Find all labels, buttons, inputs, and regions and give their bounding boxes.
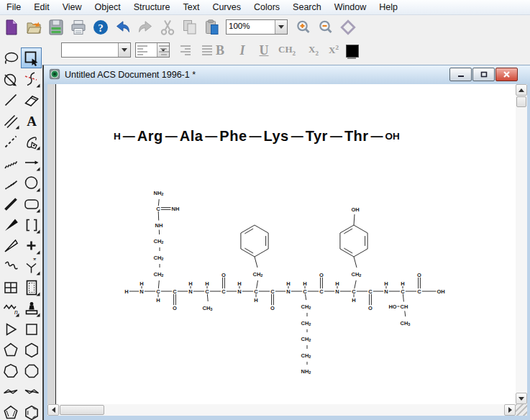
italic-button[interactable]: I	[232, 42, 252, 59]
menu-item-curves[interactable]: Curves	[206, 1, 247, 14]
shape-diamond-button[interactable]	[337, 17, 359, 37]
paste-button[interactable]	[201, 17, 223, 37]
tool-chair-2[interactable]	[21, 381, 42, 402]
tool-ring-3[interactable]	[0, 319, 21, 339]
open-button[interactable]	[22, 17, 45, 37]
menu-item-structure[interactable]: Structure	[127, 1, 177, 14]
close-button[interactable]	[495, 68, 518, 81]
new-document-button[interactable]	[0, 17, 22, 37]
molecule-structure[interactable]: HNCCNCCNCCNCCNCCNCCOHHHHHHHHHHHHHOOOOOOC…	[47, 84, 516, 404]
ring-8-icon	[23, 362, 40, 380]
horizontal-scrollbar[interactable]	[47, 404, 516, 416]
svg-text:H: H	[254, 297, 257, 303]
tool-eraser[interactable]	[21, 89, 42, 110]
menu-item-window[interactable]: Window	[328, 1, 373, 14]
svg-text:N: N	[140, 288, 143, 295]
save-button[interactable]	[45, 17, 67, 37]
scroll-down-button[interactable]	[516, 393, 527, 404]
tool-double-bond[interactable]	[0, 110, 21, 131]
color-swatch-button[interactable]	[346, 45, 359, 58]
svg-text:O: O	[319, 272, 324, 278]
tool-dashed-bond[interactable]	[0, 131, 21, 152]
undo-button[interactable]	[111, 17, 134, 37]
tool-rotate[interactable]	[0, 68, 21, 89]
menu-item-help[interactable]: Help	[373, 1, 404, 14]
formula-button[interactable]: CH2	[277, 42, 297, 59]
tool-table[interactable]	[0, 277, 21, 298]
zoom-in-button[interactable]	[292, 17, 314, 37]
brackets-icon	[23, 216, 40, 234]
tool-arrow[interactable]	[21, 152, 42, 173]
scroll-right-button[interactable]	[504, 404, 516, 416]
tool-radical[interactable]: *	[21, 256, 42, 277]
align-right-button[interactable]	[176, 42, 195, 59]
tool-stamp[interactable]	[21, 298, 42, 319]
tool-lasso[interactable]	[0, 47, 21, 68]
tool-chain[interactable]: n	[0, 298, 21, 319]
tool-text[interactable]: A	[21, 110, 42, 131]
copy-icon	[181, 19, 198, 36]
font-dropdown-button[interactable]	[118, 43, 130, 57]
align-left-button[interactable]	[133, 42, 152, 59]
tool-multiple-bond[interactable]	[21, 68, 42, 89]
tool-pen[interactable]	[21, 131, 42, 152]
tool-bond[interactable]	[0, 89, 21, 110]
underline-button[interactable]: U	[254, 42, 274, 59]
subscript-button[interactable]: X2	[303, 42, 324, 59]
tool-wedge[interactable]	[0, 214, 21, 235]
drawing-canvas[interactable]: H—Arg—Ala—Phe—Lys—Tyr—Thr—OH HNCCNCCNCCN…	[47, 84, 516, 404]
help-button[interactable]: ?	[89, 17, 111, 37]
tool-ring-5[interactable]	[0, 339, 21, 360]
zoom-level-combobox[interactable]: 100%	[226, 19, 288, 35]
menu-item-file[interactable]: File	[0, 1, 27, 14]
print-button[interactable]	[67, 17, 89, 37]
tool-ring-cp[interactable]	[0, 402, 21, 420]
svg-text:N: N	[237, 288, 241, 295]
menu-item-colors[interactable]: Colors	[247, 1, 286, 14]
vertical-scrollbar[interactable]	[516, 84, 527, 404]
horizontal-scroll-thumb[interactable]	[60, 405, 104, 415]
tool-hollow-wedge[interactable]	[0, 235, 21, 256]
scroll-left-button[interactable]	[47, 404, 59, 416]
tool-ring-4[interactable]	[21, 319, 42, 339]
menu-item-search[interactable]: Search	[286, 1, 328, 14]
menu-item-edit[interactable]: Edit	[27, 1, 56, 14]
copy-button[interactable]	[178, 17, 201, 37]
svg-text:A: A	[27, 114, 37, 129]
tool-ring-6[interactable]	[21, 339, 42, 360]
tool-ring-8[interactable]	[21, 360, 42, 381]
minimize-button[interactable]	[449, 68, 472, 81]
menu-item-text[interactable]: Text	[176, 1, 206, 14]
zoom-level-value[interactable]: 100%	[227, 20, 275, 34]
tool-plus[interactable]	[21, 235, 42, 256]
scroll-up-button[interactable]	[516, 84, 527, 96]
restore-button[interactable]	[472, 68, 495, 81]
zoom-dropdown-button[interactable]	[275, 20, 287, 34]
align-center-button[interactable]	[155, 42, 173, 59]
menu-item-view[interactable]: View	[56, 1, 88, 14]
cut-button[interactable]	[156, 17, 178, 37]
tool-benzene[interactable]	[21, 402, 42, 420]
tool-rounded-rect[interactable]	[21, 193, 42, 214]
tool-tlc-plate[interactable]	[21, 277, 42, 298]
tool-brackets[interactable]	[21, 214, 42, 235]
superscript-button[interactable]: X2	[324, 42, 344, 59]
resize-grip[interactable]	[516, 404, 527, 416]
tool-hash-bond[interactable]	[0, 152, 21, 173]
tool-wavy-bond[interactable]	[0, 256, 21, 277]
tool-ellipse[interactable]	[21, 173, 42, 193]
menu-item-object[interactable]: Object	[88, 1, 127, 14]
font-family-value[interactable]	[62, 43, 118, 57]
document-titlebar[interactable]: Untitled ACS Document 1996-1 *	[44, 65, 530, 84]
tool-marquee[interactable]	[21, 47, 42, 68]
tool-chair-1[interactable]	[0, 381, 21, 402]
zoom-out-button[interactable]	[314, 17, 337, 37]
bold-button[interactable]: B	[210, 42, 230, 59]
redo-button[interactable]	[134, 17, 156, 37]
tool-ring-7[interactable]	[0, 360, 21, 381]
tool-hashed-wedge[interactable]	[0, 173, 21, 193]
svg-text:OH: OH	[437, 288, 444, 295]
tool-bold-bond[interactable]	[0, 193, 21, 214]
font-family-combobox[interactable]	[61, 42, 131, 58]
vertical-scroll-thumb[interactable]	[516, 96, 526, 107]
